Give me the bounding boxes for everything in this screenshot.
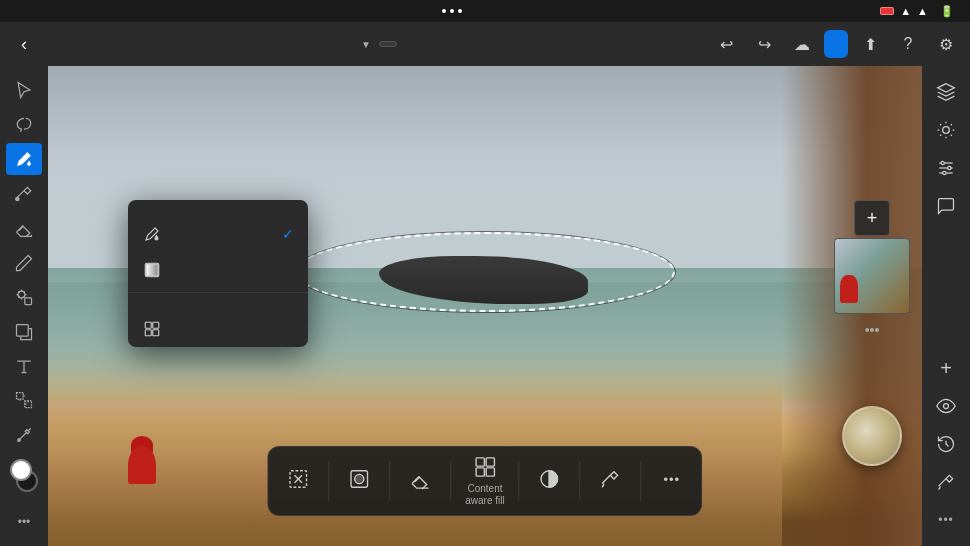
svg-line-1 bbox=[17, 226, 24, 233]
status-bar: ▲ ▲ 🔋 bbox=[0, 0, 970, 22]
transform-tool[interactable] bbox=[6, 315, 42, 347]
battery-full-icon: 🔋 bbox=[940, 5, 954, 18]
deselect-icon bbox=[286, 467, 310, 491]
svg-rect-18 bbox=[145, 322, 151, 328]
properties-button[interactable] bbox=[928, 112, 964, 148]
svg-rect-20 bbox=[145, 330, 151, 336]
content-aware-fill-item[interactable] bbox=[128, 311, 308, 347]
battery-icon bbox=[880, 7, 894, 15]
visibility-button[interactable] bbox=[928, 388, 964, 424]
svg-rect-21 bbox=[153, 330, 159, 336]
content-aware-fill-bottom-icon bbox=[473, 455, 497, 479]
svg-point-14 bbox=[943, 171, 946, 174]
history-button[interactable] bbox=[928, 426, 964, 462]
add-canvas-button[interactable]: + bbox=[854, 200, 890, 236]
comments-button[interactable] bbox=[928, 188, 964, 224]
color-swatch-area[interactable] bbox=[6, 459, 42, 491]
svg-rect-17 bbox=[146, 264, 158, 276]
undo-button[interactable]: ↩ bbox=[710, 28, 742, 60]
top-toolbar: ‹ ▼ ↩ ↪ ☁ ⬆ ? ⚙ bbox=[0, 22, 970, 66]
erase-tool[interactable] bbox=[390, 459, 450, 503]
wifi-icon: ▲ bbox=[900, 5, 911, 17]
right-more-button[interactable]: ••• bbox=[928, 502, 964, 538]
erase-icon bbox=[408, 467, 432, 491]
eraser-tool[interactable] bbox=[6, 212, 42, 244]
fill-tool[interactable] bbox=[6, 143, 42, 175]
dot-1 bbox=[442, 9, 446, 13]
fill-tools-header bbox=[128, 200, 308, 216]
mask-icon bbox=[347, 467, 371, 491]
svg-line-27 bbox=[412, 476, 419, 483]
svg-point-0 bbox=[16, 197, 19, 200]
share-button[interactable] bbox=[824, 30, 848, 58]
clone-tool[interactable] bbox=[6, 281, 42, 313]
status-right: ▲ ▲ 🔋 bbox=[880, 5, 954, 18]
selection-tool[interactable] bbox=[6, 74, 42, 106]
layer-thumbnail[interactable] bbox=[834, 238, 910, 314]
island-selection bbox=[295, 232, 675, 312]
svg-rect-3 bbox=[25, 298, 32, 305]
svg-rect-28 bbox=[476, 458, 484, 466]
status-center-dots bbox=[442, 9, 462, 13]
dot-2 bbox=[450, 9, 454, 13]
right-sidebar: + ••• bbox=[922, 66, 970, 546]
background-color[interactable] bbox=[10, 459, 32, 481]
svg-point-26 bbox=[355, 474, 364, 483]
toolbar-actions: ↩ ↪ ☁ ⬆ ? ⚙ bbox=[710, 28, 962, 60]
svg-point-15 bbox=[944, 404, 949, 409]
svg-rect-30 bbox=[476, 468, 484, 476]
invert-tool[interactable] bbox=[520, 459, 580, 503]
fill-tools-panel: ✓ bbox=[128, 200, 308, 347]
content-aware-fill-icon bbox=[142, 319, 162, 339]
add-layer-button[interactable]: + bbox=[928, 350, 964, 386]
content-aware-fill-tool[interactable]: Content aware fill bbox=[451, 447, 518, 515]
smart-select-tool[interactable] bbox=[6, 384, 42, 416]
dot-3 bbox=[458, 9, 462, 13]
paint-bucket-icon bbox=[142, 224, 162, 244]
text-tool[interactable] bbox=[6, 350, 42, 382]
more-icon: ••• bbox=[660, 467, 684, 491]
redo-button[interactable]: ↪ bbox=[748, 28, 780, 60]
lasso-tool[interactable] bbox=[6, 108, 42, 140]
panel-more-button[interactable]: ••• bbox=[854, 316, 890, 344]
more-tools-button[interactable]: ••• bbox=[6, 506, 42, 538]
panel-divider bbox=[128, 292, 308, 293]
signal-icon: ▲ bbox=[917, 5, 928, 17]
deselect-tool[interactable] bbox=[268, 459, 328, 503]
title-caret-icon: ▼ bbox=[361, 39, 371, 50]
brush-settings-button[interactable] bbox=[928, 464, 964, 500]
svg-point-12 bbox=[941, 161, 944, 164]
layers-button[interactable] bbox=[928, 74, 964, 110]
more-tool[interactable]: ••• bbox=[642, 459, 702, 503]
invert-icon bbox=[538, 467, 562, 491]
back-button[interactable]: ‹ bbox=[8, 28, 40, 60]
svg-rect-4 bbox=[17, 324, 29, 336]
adjustments-button[interactable] bbox=[928, 150, 964, 186]
actions-header bbox=[128, 297, 308, 311]
refine-edge-tool[interactable] bbox=[581, 459, 641, 503]
left-sidebar: ••• bbox=[0, 66, 48, 546]
refine-edge-icon bbox=[599, 467, 623, 491]
svg-rect-29 bbox=[486, 458, 494, 466]
svg-point-8 bbox=[943, 127, 950, 134]
bottom-toolbar: Content aware fill ••• bbox=[267, 446, 702, 516]
settings-button[interactable]: ⚙ bbox=[930, 28, 962, 60]
pencil-tool[interactable] bbox=[6, 246, 42, 278]
eyedropper-tool[interactable] bbox=[6, 419, 42, 451]
cloud-button[interactable]: ☁ bbox=[786, 28, 818, 60]
help-button[interactable]: ? bbox=[892, 28, 924, 60]
svg-point-7 bbox=[18, 439, 21, 442]
right-panel-controls: + ••• bbox=[834, 200, 910, 344]
brush-tool[interactable] bbox=[6, 177, 42, 209]
svg-rect-31 bbox=[486, 468, 494, 476]
svg-rect-5 bbox=[17, 393, 24, 400]
export-button[interactable]: ⬆ bbox=[854, 28, 886, 60]
navigator-circle[interactable] bbox=[842, 406, 902, 466]
gradient-item[interactable] bbox=[128, 252, 308, 288]
paint-bucket-item[interactable]: ✓ bbox=[128, 216, 308, 252]
zoom-level[interactable] bbox=[379, 41, 397, 47]
person-figure bbox=[128, 436, 158, 491]
person-body bbox=[128, 446, 156, 484]
toolbar-title-area: ▼ bbox=[44, 39, 706, 50]
mask-tool[interactable] bbox=[329, 459, 389, 503]
